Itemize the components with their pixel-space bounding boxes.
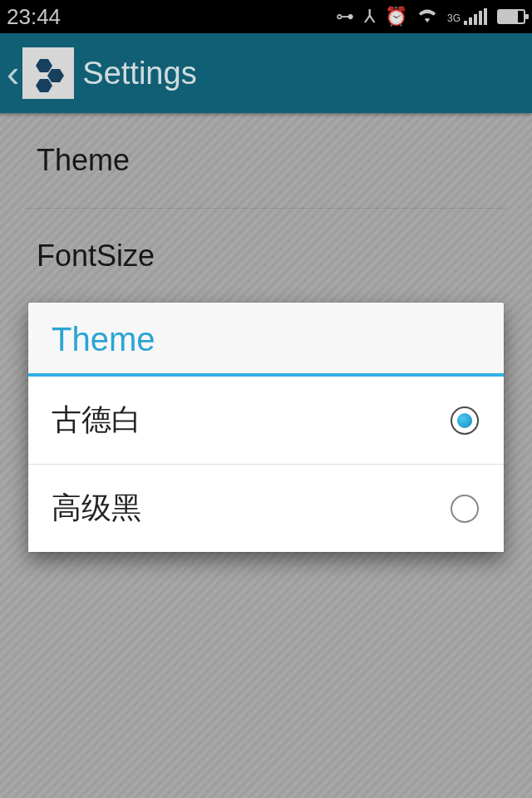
theme-option-label: 高级黑 [52, 488, 141, 529]
back-icon[interactable]: ‹ [5, 51, 21, 96]
theme-option[interactable]: 古德白 [28, 377, 504, 465]
status-icons: ⊶ ⅄ ⏰ 3G [336, 6, 525, 27]
share-icon: ⅄ [364, 6, 375, 27]
status-bar: 23:44 ⊶ ⅄ ⏰ 3G [0, 0, 532, 33]
signal-icon: 3G [447, 8, 487, 25]
theme-dialog: Theme 古德白 高级黑 [28, 303, 504, 552]
theme-option[interactable]: 高级黑 [28, 465, 504, 552]
theme-option-label: 古德白 [52, 400, 141, 441]
status-clock: 23:44 [7, 4, 61, 30]
radio-icon[interactable] [451, 406, 479, 435]
usb-icon: ⊶ [336, 6, 354, 27]
app-logo-icon[interactable] [22, 47, 74, 99]
dialog-title: Theme [28, 303, 504, 373]
network-label: 3G [447, 13, 461, 23]
signal-bars-icon [464, 8, 487, 25]
wifi-icon [417, 6, 437, 27]
battery-icon [497, 9, 525, 24]
alarm-icon: ⏰ [385, 6, 407, 27]
radio-icon[interactable] [451, 495, 479, 523]
action-bar[interactable]: ‹ Settings [0, 33, 532, 113]
page-title: Settings [82, 56, 196, 91]
